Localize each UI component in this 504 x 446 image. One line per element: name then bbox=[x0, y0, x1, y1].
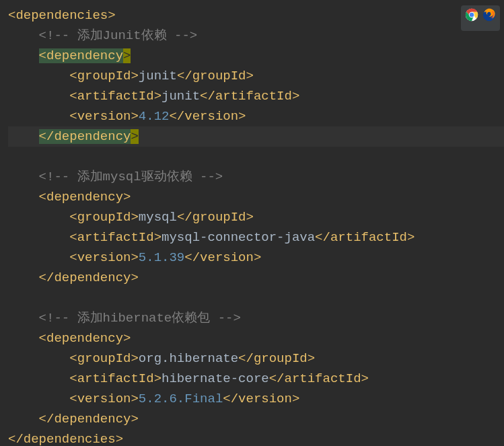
firefox-icon[interactable] bbox=[482, 8, 496, 28]
code-editor[interactable]: <dependencies> <!-- 添加Junit依赖 --> <depen… bbox=[0, 0, 504, 446]
tag-dependencies-close: dependencies bbox=[24, 432, 116, 446]
comment: <!-- 添加mysql驱动依赖 --> bbox=[39, 170, 223, 184]
tag-artifactId: artifactId bbox=[77, 371, 154, 386]
val-artifactId: junit bbox=[161, 89, 200, 104]
val-version: 4.12 bbox=[139, 109, 170, 124]
tag-artifactId: artifactId bbox=[77, 230, 154, 245]
highlight-match-open: <dependency bbox=[39, 48, 123, 63]
tag-dependency-close: dependency bbox=[54, 270, 131, 285]
tag-version: version bbox=[77, 392, 131, 406]
chrome-icon[interactable] bbox=[465, 8, 478, 28]
highlight-cursor: > bbox=[131, 129, 138, 144]
bracket: < bbox=[8, 8, 15, 23]
val-version: 5.2.6.Final bbox=[139, 392, 223, 406]
current-line-highlight: </dependency> bbox=[8, 126, 504, 147]
tag-groupId: groupId bbox=[77, 69, 131, 83]
svg-point-2 bbox=[470, 13, 474, 17]
val-version: 5.1.39 bbox=[139, 250, 184, 265]
comment: <!-- 添加Junit依赖 --> bbox=[39, 28, 198, 43]
val-groupId: org.hibernate bbox=[139, 351, 238, 366]
bracket: > bbox=[108, 8, 115, 23]
tag-groupId: groupId bbox=[77, 351, 131, 366]
highlight-cursor: > bbox=[123, 48, 131, 63]
tag-version: version bbox=[77, 250, 131, 265]
val-artifactId: mysql-connector-java bbox=[161, 230, 315, 245]
tag-artifactId: artifactId bbox=[77, 89, 154, 104]
tag-dependencies: dependencies bbox=[15, 8, 108, 23]
val-artifactId: hibernate-core bbox=[161, 371, 269, 386]
tag-version: version bbox=[77, 109, 131, 124]
val-groupId: mysql bbox=[139, 210, 177, 225]
highlight-match-close: </dependency bbox=[39, 129, 131, 144]
val-groupId: junit bbox=[139, 69, 177, 83]
browser-icon-bar bbox=[461, 5, 500, 31]
comment: <!-- 添加hibernate依赖包 --> bbox=[39, 311, 241, 326]
tag-dependency: dependency bbox=[46, 331, 123, 346]
tag-groupId: groupId bbox=[77, 210, 131, 225]
tag-dependency: dependency bbox=[46, 190, 123, 205]
tag-dependency-close: dependency bbox=[54, 412, 131, 426]
